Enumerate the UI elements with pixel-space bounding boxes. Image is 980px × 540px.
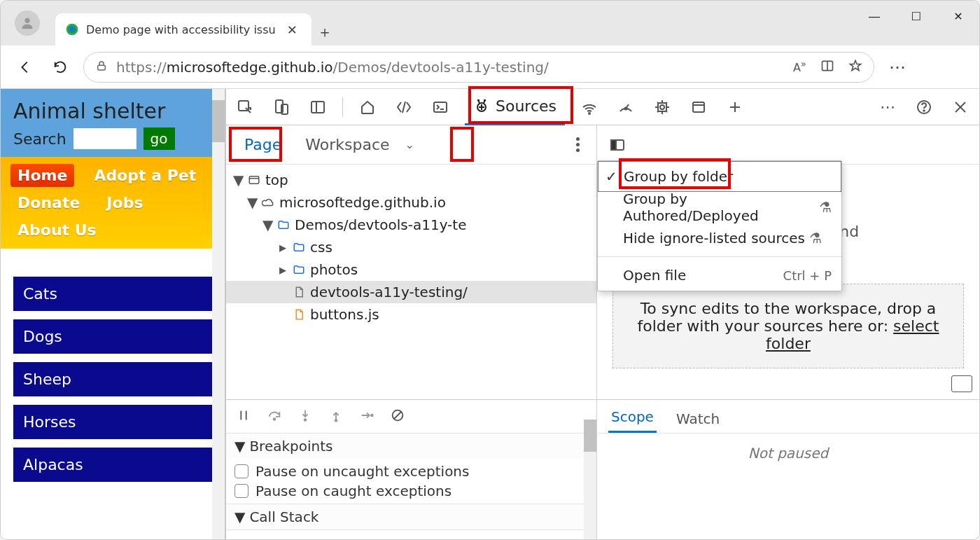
svg-point-35 <box>335 419 337 421</box>
step-over-icon[interactable] <box>267 408 282 426</box>
search-label: Search <box>13 130 66 148</box>
highlight-kebab <box>450 127 474 162</box>
application-icon[interactable] <box>687 95 710 119</box>
breakpoints-header[interactable]: ▼Breakpoints <box>226 434 596 459</box>
cloud-icon <box>261 195 275 209</box>
menu-hide-ignore[interactable]: Hide ignore-listed sources⚗ <box>598 223 841 254</box>
read-aloud-icon[interactable]: A» <box>793 59 806 76</box>
category-sheep[interactable]: Sheep <box>13 362 212 396</box>
back-button[interactable] <box>13 55 37 79</box>
browser-tab[interactable]: Demo page with accessibility issu ✕ <box>55 13 312 46</box>
watch-tab[interactable]: Watch <box>673 405 722 433</box>
svg-point-16 <box>625 107 627 109</box>
debugger-scrollbar-thumb[interactable] <box>584 420 596 452</box>
window-icon <box>247 173 261 187</box>
reader-icon[interactable] <box>820 59 834 76</box>
chevron-down-icon[interactable]: ⌄ <box>405 138 414 151</box>
tab-close-icon[interactable]: ✕ <box>283 22 302 37</box>
window-controls: ― ☐ ✕ <box>853 1 979 46</box>
svg-point-0 <box>24 18 29 23</box>
menu-group-by-folder[interactable]: Group by folder <box>598 161 841 192</box>
pause-caught-checkbox[interactable]: Pause on caught exceptions <box>234 481 588 501</box>
nav-about[interactable]: About Us <box>10 219 104 242</box>
category-dogs[interactable]: Dogs <box>13 319 212 354</box>
svg-rect-4 <box>98 65 106 70</box>
dock-icon[interactable] <box>306 95 330 119</box>
svg-rect-19 <box>693 102 704 112</box>
svg-point-34 <box>304 419 307 421</box>
svg-point-36 <box>371 414 373 416</box>
address-bar[interactable]: https://microsoftedge.github.io/Demos/de… <box>83 52 874 83</box>
inspect-icon[interactable] <box>233 95 257 119</box>
new-tab-button[interactable]: ＋ <box>312 19 338 46</box>
js-file-icon <box>292 307 306 321</box>
menu-open-file[interactable]: Open fileCtrl + P <box>598 260 841 291</box>
svg-line-38 <box>394 411 402 419</box>
folder-icon <box>292 263 306 277</box>
lock-icon <box>95 60 108 75</box>
network-icon[interactable] <box>578 95 601 119</box>
more-options-button[interactable] <box>567 133 588 156</box>
window-titlebar: Demo page with accessibility issu ✕ ＋ ― … <box>1 1 979 46</box>
drawer-toggle-icon[interactable] <box>951 375 972 392</box>
category-horses[interactable]: Horses <box>13 405 212 439</box>
svg-point-18 <box>660 105 664 109</box>
welcome-icon[interactable] <box>356 95 379 119</box>
nav-home[interactable]: Home <box>10 164 74 187</box>
deactivate-breakpoints-icon[interactable] <box>390 408 405 426</box>
page-scrollbar[interactable] <box>212 89 225 539</box>
not-paused-label: Not paused <box>597 434 979 462</box>
category-cats[interactable]: Cats <box>13 277 212 311</box>
go-button[interactable]: go <box>144 127 175 150</box>
devtools-more-icon[interactable]: ⋯ <box>876 95 899 119</box>
context-menu: Group by folder Group by Authored/Deploy… <box>597 160 842 291</box>
nav-adopt[interactable]: Adopt a Pet <box>87 164 203 187</box>
page-scrollbar-thumb[interactable] <box>212 100 225 142</box>
svg-point-24 <box>923 110 925 111</box>
nav-donate[interactable]: Donate <box>10 191 87 214</box>
devtools-toolbar: Sources ⋯ <box>226 89 979 125</box>
elements-icon[interactable] <box>392 95 416 119</box>
svg-point-33 <box>274 418 276 420</box>
close-window-button[interactable]: ✕ <box>937 1 979 32</box>
file-icon <box>292 285 306 299</box>
minimize-button[interactable]: ― <box>853 1 895 32</box>
svg-rect-30 <box>611 140 616 150</box>
url-text: https://microsoftedge.github.io/Demos/de… <box>116 59 549 76</box>
edge-favicon-icon <box>65 22 79 36</box>
maximize-button[interactable]: ☐ <box>895 1 937 32</box>
svg-point-15 <box>589 113 590 114</box>
nav-jobs[interactable]: Jobs <box>99 191 150 214</box>
devtools-panel: Sources ⋯ Page Workspace ⌄ <box>225 89 979 539</box>
sources-tab[interactable]: Sources <box>465 89 565 125</box>
favorite-icon[interactable] <box>848 59 862 76</box>
hide-navigator-icon[interactable] <box>606 133 629 157</box>
svg-rect-17 <box>658 103 666 111</box>
memory-icon[interactable] <box>650 95 674 119</box>
page-tab[interactable]: Page <box>234 132 291 158</box>
device-icon[interactable] <box>270 95 293 119</box>
performance-icon[interactable] <box>614 95 638 119</box>
workspace-drop-zone[interactable]: To sync edits to the workspace, drop a f… <box>612 284 964 368</box>
step-out-icon[interactable] <box>328 408 344 426</box>
folder-icon <box>276 218 290 232</box>
console-icon[interactable] <box>428 95 452 119</box>
step-into-icon[interactable] <box>298 408 313 426</box>
scope-tab[interactable]: Scope <box>608 403 657 433</box>
step-icon[interactable] <box>359 408 374 426</box>
help-icon[interactable] <box>912 95 936 119</box>
site-title: Animal shelter <box>13 99 212 123</box>
more-tabs-button[interactable] <box>723 95 747 119</box>
workspace-tab[interactable]: Workspace <box>295 132 399 158</box>
pause-uncaught-checkbox[interactable]: Pause on uncaught exceptions <box>234 462 588 481</box>
profile-icon[interactable] <box>15 11 40 36</box>
callstack-header[interactable]: ▼Call Stack <box>226 504 596 529</box>
pause-icon[interactable] <box>236 408 251 426</box>
category-alpacas[interactable]: Alpacas <box>13 448 212 482</box>
menu-group-authored[interactable]: Group by Authored/Deployed⚗ <box>598 192 841 223</box>
devtools-close-icon[interactable] <box>948 95 972 119</box>
search-input[interactable] <box>74 128 136 149</box>
file-tree[interactable]: ▼top ▼microsoftedge.github.io ▼Demos/dev… <box>226 165 596 399</box>
refresh-button[interactable] <box>48 55 72 79</box>
browser-menu-button[interactable]: ⋯ <box>886 57 909 77</box>
